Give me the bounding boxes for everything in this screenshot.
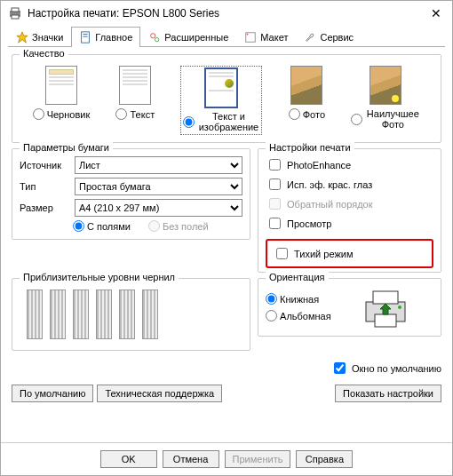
source-label: Источник: [20, 160, 69, 171]
portrait-radio[interactable]: Книжная: [266, 293, 331, 305]
quality-text[interactable]: Текст: [115, 66, 155, 135]
photo-thumb: [290, 66, 322, 105]
orientation-group: Ориентация Книжная Альбомная: [258, 278, 441, 337]
dialog-footer: OK Отмена Применить Справка: [1, 442, 452, 475]
type-label: Тип: [20, 181, 69, 192]
quiet-mode-highlight: Тихий режим: [266, 239, 433, 268]
tab-service[interactable]: Сервис: [296, 27, 362, 47]
svg-rect-2: [12, 15, 19, 19]
quality-text-image[interactable]: Текст и изображение: [180, 66, 262, 135]
window-title: Настройка печати: EPSON L800 Series: [28, 7, 427, 20]
ink-bar: [142, 290, 158, 339]
ink-bar: [27, 290, 43, 339]
tab-advanced[interactable]: Расширенные: [140, 27, 236, 47]
paper-group: Параметры бумаги ИсточникЛист ТипПростая…: [12, 148, 250, 240]
type-select[interactable]: Простая бумага: [75, 178, 242, 195]
close-button[interactable]: ✕: [427, 6, 445, 20]
svg-rect-12: [373, 291, 398, 304]
orientation-label: Ориентация: [266, 272, 328, 282]
svg-rect-1: [12, 8, 19, 12]
quality-best-photo[interactable]: Наилучшее Фото: [351, 66, 420, 135]
tab-main[interactable]: Главное: [71, 27, 140, 47]
ok-button[interactable]: OK: [100, 450, 157, 468]
photoenhance-check: PhotoEnhance: [266, 156, 433, 173]
apply-button[interactable]: Применить: [225, 450, 291, 468]
ink-bar: [96, 290, 112, 339]
source-select[interactable]: Лист: [75, 156, 242, 174]
size-select[interactable]: A4 (210 x 297 мм): [75, 199, 242, 217]
size-label: Размер: [20, 202, 69, 213]
draft-thumb: [45, 66, 77, 105]
svg-point-10: [247, 34, 249, 36]
ink-bar: [73, 290, 89, 339]
tab-icons[interactable]: Значки: [8, 27, 71, 47]
ink-levels: [20, 286, 242, 343]
print-settings-label: Настройки печати: [266, 142, 354, 153]
star-icon: [16, 31, 28, 44]
svg-marker-3: [17, 32, 28, 43]
printer-illustration: [359, 286, 412, 329]
titlebar: Настройка печати: EPSON L800 Series ✕: [1, 1, 452, 26]
paper-label: Параметры бумаги: [20, 142, 113, 153]
defaults-button[interactable]: По умолчанию: [12, 385, 93, 402]
redeye-check: Исп. эф. крас. глаз: [266, 176, 433, 193]
tab-bar: Значки Главное Расширенные Макет Сервис: [8, 26, 445, 47]
ink-label: Приблизительные уровни чернил: [20, 272, 179, 282]
svg-rect-4: [82, 32, 90, 43]
ink-bar: [50, 290, 66, 339]
printer-icon: [8, 6, 22, 20]
preview-check: Просмотр: [266, 215, 433, 232]
reverse-check: Обратный порядок: [266, 195, 433, 212]
ink-bar: [119, 290, 135, 339]
gears-icon: [148, 31, 161, 44]
quality-photo[interactable]: Фото: [289, 66, 325, 135]
tab-content: Качество Черновик Текст Текст и изображе…: [1, 47, 452, 442]
best-photo-thumb: [370, 66, 401, 105]
wrench-icon: [304, 31, 316, 44]
margins-radio[interactable]: С полями: [73, 220, 131, 232]
show-settings-button[interactable]: Показать настройки: [335, 385, 441, 402]
svg-rect-13: [375, 314, 396, 327]
no-margins-radio[interactable]: Без полей: [148, 220, 209, 232]
quiet-check: Тихий режим: [273, 245, 426, 262]
svg-point-15: [398, 305, 401, 309]
landscape-radio[interactable]: Альбомная: [266, 310, 331, 321]
tab-layout[interactable]: Макет: [236, 27, 296, 47]
tech-support-button[interactable]: Техническая поддержка: [97, 385, 222, 402]
help-button[interactable]: Справка: [296, 450, 353, 468]
quality-draft[interactable]: Черновик: [33, 66, 91, 135]
print-settings-group: Настройки печати PhotoEnhance Исп. эф. к…: [258, 148, 441, 273]
default-window-check[interactable]: Окно по умолчанию: [330, 360, 441, 377]
cancel-button[interactable]: Отмена: [163, 450, 219, 468]
quality-group: Качество Черновик Текст Текст и изображе…: [12, 54, 441, 143]
layout-icon: [244, 31, 257, 44]
text-image-thumb: [205, 68, 237, 107]
svg-point-8: [155, 37, 159, 41]
print-settings-window: Настройка печати: EPSON L800 Series ✕ Зн…: [0, 0, 453, 476]
document-icon: [79, 31, 91, 44]
ink-group: Приблизительные уровни чернил: [12, 278, 250, 351]
text-thumb: [119, 66, 151, 105]
quality-label: Качество: [20, 48, 68, 59]
svg-point-7: [151, 34, 155, 38]
